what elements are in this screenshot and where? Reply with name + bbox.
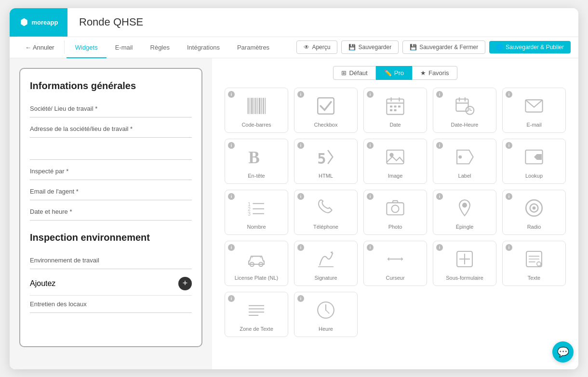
filter-defaut[interactable]: ⊞ Défaut	[333, 66, 375, 80]
widget-radio[interactable]: i Radio	[502, 190, 566, 235]
star-icon: ★	[420, 69, 426, 77]
field-email[interactable]: Email de l'agent *	[30, 183, 192, 200]
sous-formulaire-icon	[453, 247, 477, 271]
svg-rect-41	[387, 203, 403, 215]
widget-date-heure[interactable]: i Date-Heure	[433, 88, 496, 133]
signature-icon	[314, 247, 338, 271]
lookup-icon	[522, 145, 546, 169]
image-icon	[383, 145, 407, 169]
widget-en-tete[interactable]: i B En-tête	[225, 139, 288, 184]
widget-checkbox[interactable]: i Checkbox	[294, 88, 358, 133]
sauvegarder-fermer-button[interactable]: 💾 Sauvegarder & Fermer	[402, 40, 485, 54]
svg-point-32	[458, 155, 462, 158]
widget-email[interactable]: i E-mail	[502, 88, 566, 133]
html-label: HTML	[319, 173, 333, 179]
field-date[interactable]: Date et heure *	[30, 203, 192, 221]
widget-epingle[interactable]: i Épingle	[433, 190, 496, 235]
info-icon: i	[506, 142, 512, 149]
grid-icon: ⊞	[341, 69, 347, 77]
filter-pro[interactable]: ✏️ Pro	[376, 66, 412, 80]
info-icon: i	[228, 193, 235, 200]
page-title: Ronde QHSE	[67, 16, 578, 28]
section-title-general: Informations générales	[30, 80, 192, 91]
widget-zone-texte[interactable]: i Zone de Texte	[225, 292, 288, 337]
svg-rect-19	[394, 109, 396, 111]
image-label: Image	[388, 173, 403, 179]
svg-rect-3	[254, 98, 254, 114]
field-env-travail[interactable]: Environnement de travail	[30, 252, 192, 269]
svg-text:B: B	[248, 148, 260, 167]
barcode-icon	[244, 94, 268, 118]
field-inspecte[interactable]: Inspecté par *	[30, 163, 192, 180]
widget-image[interactable]: i Image	[363, 139, 427, 184]
info-icon: i	[297, 295, 304, 302]
widget-nombre[interactable]: i 1 2 3 Nombre	[225, 190, 288, 235]
svg-text:5: 5	[317, 150, 326, 167]
en-tete-label: En-tête	[248, 173, 265, 179]
widget-code-barres[interactable]: i Code-barres	[225, 88, 288, 133]
tab-integrations[interactable]: Intégrations	[178, 38, 228, 58]
svg-marker-34	[534, 154, 542, 160]
widget-date[interactable]: i Date	[363, 88, 427, 133]
filter-pro-label: Pro	[394, 69, 404, 77]
checkbox-label: Checkbox	[314, 122, 338, 128]
zone-texte-label: Zone de Texte	[240, 326, 273, 332]
info-icon: i	[436, 193, 443, 200]
svg-rect-9	[265, 98, 266, 114]
widget-sous-formulaire[interactable]: i Sous-formulaire	[433, 241, 496, 286]
svg-point-31	[389, 153, 393, 156]
widget-license-plate[interactable]: i License Plate (NL)	[225, 241, 288, 286]
tab-regles[interactable]: Règles	[142, 38, 178, 58]
svg-rect-15	[390, 105, 392, 107]
annuler-button[interactable]: ← Annuler	[17, 37, 62, 58]
widget-telephone[interactable]: i Téléphone	[294, 190, 358, 235]
nombre-icon: 1 2 3	[244, 196, 268, 220]
info-icon: i	[228, 295, 235, 302]
info-icon: i	[228, 91, 235, 98]
filter-favoris[interactable]: ★ Favoris	[412, 66, 457, 80]
widget-photo[interactable]: i Photo	[363, 190, 427, 235]
annuler-label: ← Annuler	[25, 44, 54, 51]
tab-parametres[interactable]: Paramètres	[228, 38, 278, 58]
field-entretien[interactable]: Entretien des locaux	[30, 296, 192, 313]
sauvegarder-publier-button[interactable]: 🌐 Sauvegarder & Publier	[489, 41, 571, 53]
widget-panel: ⊞ Défaut ✏️ Pro ★ Favoris i	[212, 58, 578, 369]
chat-icon: 💬	[557, 346, 569, 358]
sauvegarder-fermer-label: Sauvegarder & Fermer	[419, 44, 478, 51]
section-title-inspection: Inspection environnement	[30, 232, 192, 243]
nav-actions: 👁 Aperçu 💾 Sauvegarder 💾 Sauvegarder & F…	[296, 40, 571, 54]
widget-lookup[interactable]: i Lookup	[502, 139, 566, 184]
html-icon: 5	[314, 145, 338, 169]
field-adresse[interactable]: Adresse de la société/lieu de travail *	[30, 120, 192, 138]
info-icon: i	[367, 91, 374, 98]
epingle-label: Épingle	[456, 224, 474, 230]
field-societe[interactable]: Société/ Lieu de travail *	[30, 100, 192, 117]
tab-email[interactable]: E-mail	[107, 38, 142, 58]
chat-button[interactable]: 💬	[552, 341, 574, 363]
widget-heure[interactable]: i Heure	[294, 292, 358, 337]
radio-label: Radio	[527, 224, 541, 230]
info-icon: i	[436, 244, 443, 251]
date-label: Date	[389, 122, 401, 128]
svg-rect-6	[259, 98, 260, 114]
curseur-label: Curseur	[386, 275, 404, 281]
info-icon: i	[297, 91, 304, 98]
telephone-label: Téléphone	[313, 224, 338, 230]
widget-texte[interactable]: i Texte	[502, 241, 566, 286]
main-content: Informations générales Société/ Lieu de …	[10, 58, 578, 369]
widget-html[interactable]: i 5 HTML	[294, 139, 358, 184]
add-button[interactable]: +	[178, 277, 192, 290]
sauvegarder-button[interactable]: 💾 Sauvegarder	[341, 40, 399, 54]
svg-rect-1	[250, 98, 251, 114]
app-container: moreapp Ronde QHSE ← Annuler Widgets E-m…	[10, 8, 578, 369]
tab-widgets[interactable]: Widgets	[67, 38, 107, 58]
email-label: E-mail	[526, 122, 541, 128]
widget-curseur[interactable]: i Curseur	[363, 241, 427, 286]
filter-favoris-label: Favoris	[428, 69, 449, 77]
apercu-button[interactable]: 👁 Aperçu	[296, 40, 337, 54]
svg-rect-7	[261, 98, 262, 114]
checkbox-icon	[314, 94, 338, 118]
widget-signature[interactable]: i Signature	[294, 241, 358, 286]
widget-label[interactable]: i Label	[433, 139, 496, 184]
license-plate-label: License Plate (NL)	[235, 275, 279, 281]
